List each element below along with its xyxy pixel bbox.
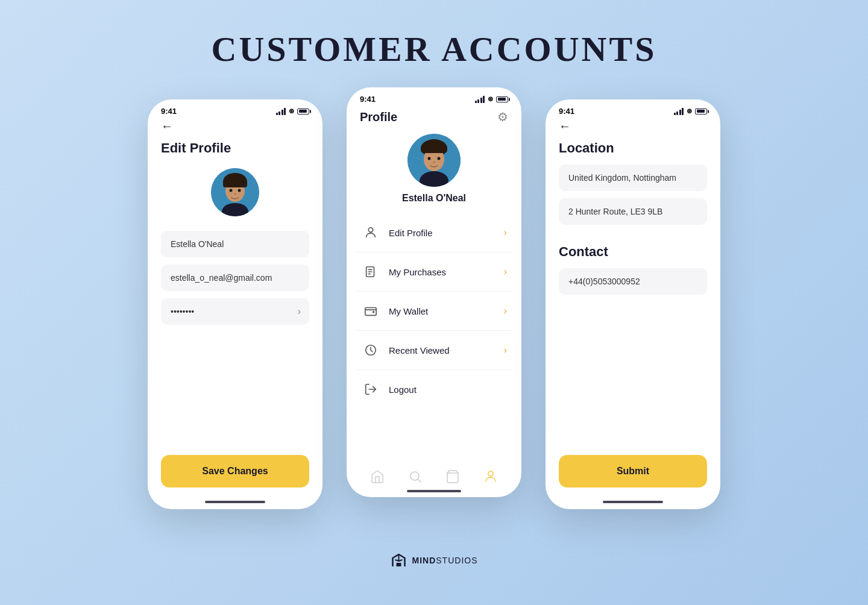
svg-rect-12 bbox=[421, 146, 447, 153]
menu-item-recent[interactable]: Recent Viewed › bbox=[356, 331, 512, 370]
profile-avatar-section: Estella O'Neal bbox=[347, 134, 521, 213]
wifi-icon-right: ⊛ bbox=[687, 107, 692, 115]
status-time-center: 9:41 bbox=[360, 95, 376, 104]
edit-profile-title: Edit Profile bbox=[161, 140, 309, 156]
mindstudios-logo-icon bbox=[390, 552, 407, 569]
svg-rect-22 bbox=[365, 308, 376, 316]
bottom-nav bbox=[347, 468, 521, 485]
profile-header-title: Profile bbox=[360, 110, 397, 124]
profile-name: Estella O'Neal bbox=[402, 193, 466, 204]
svg-point-15 bbox=[438, 157, 441, 160]
menu-item-logout[interactable]: Logout bbox=[356, 370, 512, 409]
status-icons-center: ⊛ bbox=[475, 95, 509, 103]
menu-label-logout: Logout bbox=[389, 384, 507, 395]
receipt-icon bbox=[361, 262, 380, 281]
menu-label-wallet: My Wallet bbox=[389, 306, 504, 316]
profile-menu-list: Edit Profile › My Purchases › My W bbox=[347, 213, 521, 409]
mindstudios-text: MINDSTUDIOS bbox=[412, 556, 477, 565]
back-arrow-right[interactable]: ← bbox=[559, 119, 707, 133]
phones-container: 9:41 ⊛ ← Edit Profile bbox=[148, 99, 720, 509]
phone-input[interactable] bbox=[559, 268, 707, 295]
svg-point-25 bbox=[410, 472, 419, 480]
save-changes-button[interactable]: Save Changes bbox=[161, 455, 309, 487]
location-title: Location bbox=[559, 140, 707, 156]
wifi-icon-center: ⊛ bbox=[488, 95, 493, 103]
home-bar-right bbox=[603, 501, 663, 503]
password-field-wrap: › bbox=[161, 298, 309, 325]
status-bar-center: 9:41 ⊛ bbox=[347, 87, 521, 107]
nav-search-icon[interactable] bbox=[407, 468, 424, 485]
battery-icon-left bbox=[297, 108, 309, 114]
phone-profile: 9:41 ⊛ Profile ⚙ bbox=[347, 87, 521, 497]
chevron-right-password: › bbox=[298, 306, 301, 317]
status-time-left: 9:41 bbox=[161, 107, 177, 116]
battery-icon-right bbox=[695, 108, 707, 114]
status-icons-left: ⊛ bbox=[276, 107, 310, 115]
signal-icon-center bbox=[475, 96, 485, 103]
contact-title: Contact bbox=[559, 244, 707, 260]
signal-icon-left bbox=[276, 108, 286, 115]
svg-point-14 bbox=[428, 157, 431, 160]
menu-label-purchases: My Purchases bbox=[389, 267, 504, 277]
svg-point-8 bbox=[234, 193, 236, 195]
svg-point-6 bbox=[230, 189, 233, 192]
profile-content: Profile ⚙ Es bbox=[347, 107, 521, 409]
logout-icon bbox=[361, 380, 380, 399]
menu-item-wallet[interactable]: My Wallet › bbox=[356, 292, 512, 331]
profile-header: Profile ⚙ bbox=[347, 107, 521, 134]
phone-edit-profile: 9:41 ⊛ ← Edit Profile bbox=[148, 99, 322, 509]
svg-point-28 bbox=[488, 471, 493, 476]
menu-item-purchases[interactable]: My Purchases › bbox=[356, 252, 512, 292]
address-line1-input[interactable] bbox=[559, 165, 707, 191]
chevron-purchases: › bbox=[504, 266, 507, 277]
phone-location: 9:41 ⊛ ← Location Contact bbox=[546, 99, 720, 509]
email-input[interactable] bbox=[161, 265, 309, 291]
svg-rect-29 bbox=[396, 563, 401, 566]
clock-icon bbox=[361, 340, 380, 360]
svg-line-26 bbox=[418, 480, 420, 482]
menu-item-edit-profile[interactable]: Edit Profile › bbox=[356, 213, 512, 252]
avatar-container-left bbox=[161, 168, 309, 216]
edit-profile-content: ← Edit Profile bbox=[148, 119, 322, 325]
wifi-icon-left: ⊛ bbox=[289, 107, 294, 115]
status-bar-left: 9:41 ⊛ bbox=[148, 99, 322, 119]
home-bar-left bbox=[205, 501, 265, 503]
user-icon bbox=[361, 223, 380, 242]
nav-profile-icon[interactable] bbox=[482, 468, 499, 485]
home-bar-center bbox=[407, 490, 461, 492]
battery-icon-center bbox=[496, 96, 508, 102]
chevron-wallet: › bbox=[504, 306, 507, 316]
menu-label-edit-profile: Edit Profile bbox=[389, 228, 504, 238]
signal-icon-right bbox=[674, 108, 684, 115]
chevron-edit-profile: › bbox=[504, 227, 507, 238]
status-time-right: 9:41 bbox=[559, 107, 574, 116]
wallet-icon bbox=[361, 301, 380, 321]
location-content: ← Location Contact bbox=[546, 119, 720, 302]
nav-home-icon[interactable] bbox=[369, 468, 386, 485]
status-bar-right: 9:41 ⊛ bbox=[546, 99, 720, 119]
mindstudios-logo: MINDSTUDIOS bbox=[390, 552, 477, 569]
svg-rect-4 bbox=[223, 181, 247, 187]
password-input[interactable] bbox=[161, 298, 309, 325]
svg-point-7 bbox=[238, 189, 241, 192]
address-line2-input[interactable] bbox=[559, 198, 707, 225]
status-icons-right: ⊛ bbox=[674, 107, 708, 115]
profile-avatar bbox=[407, 134, 461, 187]
svg-point-16 bbox=[433, 161, 435, 163]
page-title: CUSTOMER ACCOUNTS bbox=[212, 29, 657, 69]
settings-icon[interactable]: ⚙ bbox=[497, 110, 508, 124]
svg-point-17 bbox=[368, 228, 373, 232]
back-arrow-left[interactable]: ← bbox=[161, 119, 309, 133]
submit-button[interactable]: Submit bbox=[559, 455, 707, 487]
avatar-left bbox=[211, 168, 259, 216]
name-input[interactable] bbox=[161, 231, 309, 257]
menu-label-recent: Recent Viewed bbox=[389, 345, 504, 356]
nav-bag-icon[interactable] bbox=[444, 468, 461, 485]
chevron-recent: › bbox=[504, 345, 507, 356]
